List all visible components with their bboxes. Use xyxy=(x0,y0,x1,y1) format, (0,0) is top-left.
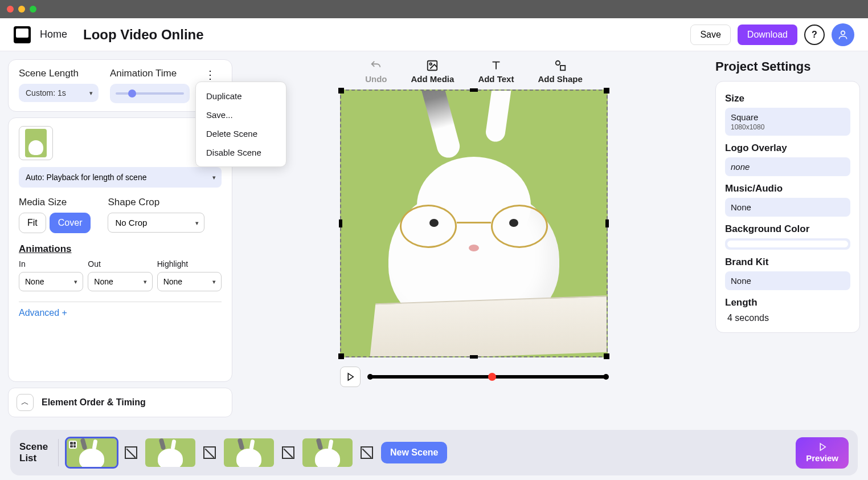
divider xyxy=(58,439,59,466)
resize-handle-tm[interactable] xyxy=(470,88,478,92)
scene-list-bar: Scene List New Scene Preview xyxy=(10,430,858,475)
canvas-media-image xyxy=(341,91,607,356)
scene-list-label: Scene List xyxy=(19,441,50,465)
svg-marker-8 xyxy=(820,444,825,450)
resize-handle-bm[interactable] xyxy=(470,355,478,359)
help-button[interactable]: ? xyxy=(804,25,825,45)
maximize-window-icon[interactable] xyxy=(30,6,36,13)
scene-thumb-2[interactable] xyxy=(145,438,195,467)
ps-music-select[interactable]: None xyxy=(725,198,850,217)
play-icon xyxy=(345,372,355,382)
element-order-bar[interactable]: ︿ Element Order & Timing xyxy=(8,388,232,417)
svg-point-4 xyxy=(430,63,432,65)
media-thumbnail[interactable] xyxy=(19,126,53,160)
account-avatar[interactable] xyxy=(832,23,854,46)
canvas-toolbar: Undo Add Media Add Text Add Shape xyxy=(365,59,583,84)
playback-mode-select[interactable]: Auto: Playback for length of scene xyxy=(19,167,222,188)
resize-handle-ml[interactable] xyxy=(339,219,342,227)
anim-in-select[interactable]: None xyxy=(19,272,83,291)
ps-bgcolor-picker[interactable] xyxy=(725,238,850,250)
undo-button[interactable]: Undo xyxy=(365,59,387,84)
advanced-toggle[interactable]: Advanced + xyxy=(19,308,222,318)
ps-length-value: 4 seconds xyxy=(725,312,850,324)
project-settings-panel: Size Square 1080x1080 Logo Overlay none … xyxy=(715,81,860,333)
animation-time-label: Animation Time xyxy=(110,68,190,79)
canvas[interactable] xyxy=(340,90,608,357)
resize-handle-bl[interactable] xyxy=(338,353,344,359)
minimize-window-icon[interactable] xyxy=(18,6,25,13)
scene-length-label: Scene Length xyxy=(19,68,99,79)
scene-thumb-1[interactable] xyxy=(67,438,117,467)
menu-save[interactable]: Save... xyxy=(196,105,286,124)
add-media-button[interactable]: Add Media xyxy=(411,59,455,84)
question-icon: ? xyxy=(812,30,817,40)
menu-duplicate[interactable]: Duplicate xyxy=(196,87,286,105)
download-button[interactable]: Download xyxy=(738,25,797,45)
ps-logo-select[interactable]: none xyxy=(725,157,850,176)
project-settings-title: Project Settings xyxy=(715,59,860,74)
ps-brand-label: Brand Kit xyxy=(725,257,850,268)
ps-music-label: Music/Audio xyxy=(725,183,850,194)
user-icon xyxy=(837,29,849,40)
resize-handle-br[interactable] xyxy=(604,353,609,359)
scene-playbar xyxy=(340,367,608,387)
scene-thumb-4[interactable] xyxy=(302,438,353,467)
ps-size-select[interactable]: Square 1080x1080 xyxy=(725,108,850,136)
svg-point-5 xyxy=(555,61,559,65)
menu-delete-scene[interactable]: Delete Scene xyxy=(196,124,286,143)
ps-bgcolor-label: Background Color xyxy=(725,223,850,235)
window-titlebar xyxy=(0,0,868,18)
scene-thumb-3[interactable] xyxy=(224,438,274,467)
preview-label: Preview xyxy=(806,453,838,463)
scene-menu-button[interactable]: ⋮ xyxy=(203,68,217,82)
anim-out-label: Out xyxy=(88,259,152,269)
drag-handle-icon[interactable] xyxy=(69,441,77,449)
scene-disable-toggle-3[interactable] xyxy=(282,446,294,459)
expand-order-button[interactable]: ︿ xyxy=(17,394,34,411)
element-order-label: Element Order & Timing xyxy=(42,397,146,408)
scene-length-select[interactable]: Custom: 1s xyxy=(19,84,99,102)
resize-handle-tl[interactable] xyxy=(338,88,344,93)
playhead[interactable] xyxy=(488,373,496,381)
home-link[interactable]: Home xyxy=(40,29,67,40)
animation-time-slider[interactable] xyxy=(110,84,190,103)
timeline-track[interactable] xyxy=(369,375,608,379)
scene-settings-panelou: Scene Length Custom: 1s Animation Time D… xyxy=(8,59,232,112)
scene-disable-toggle-4[interactable] xyxy=(361,446,373,459)
add-shape-label: Add Shape xyxy=(538,74,582,84)
media-size-label: Media Size xyxy=(19,197,91,208)
add-shape-button[interactable]: Add Shape xyxy=(538,59,582,84)
ps-size-value: Square xyxy=(731,112,845,122)
resize-handle-mr[interactable] xyxy=(605,219,609,227)
shape-crop-label: Shape Crop xyxy=(108,197,204,208)
ps-length-label: Length xyxy=(725,297,850,308)
preview-button[interactable]: Preview xyxy=(796,437,849,469)
shapes-icon xyxy=(554,59,567,72)
ps-size-label: Size xyxy=(725,93,850,104)
anim-in-label: In xyxy=(19,259,83,269)
scene-disable-toggle-1[interactable] xyxy=(125,446,137,459)
chevron-up-icon: ︿ xyxy=(21,397,29,408)
menu-disable-scene[interactable]: Disable Scene xyxy=(196,143,286,162)
play-button[interactable] xyxy=(340,367,361,387)
resize-handle-tr[interactable] xyxy=(604,88,609,93)
scene-disable-toggle-2[interactable] xyxy=(203,446,216,459)
svg-rect-6 xyxy=(560,66,565,70)
save-button[interactable]: Save xyxy=(690,25,730,45)
anim-out-select[interactable]: None xyxy=(88,272,152,291)
media-size-cover-button[interactable]: Cover xyxy=(50,213,91,233)
close-window-icon[interactable] xyxy=(7,6,14,13)
svg-marker-7 xyxy=(348,373,353,380)
media-size-fit-button[interactable]: Fit xyxy=(19,213,46,233)
page-title: Loop Video Online xyxy=(83,27,204,43)
kebab-icon: ⋮ xyxy=(204,68,216,81)
shape-crop-select[interactable]: No Crop xyxy=(108,213,204,233)
anim-highlight-select[interactable]: None xyxy=(157,272,222,291)
svg-point-0 xyxy=(841,31,845,35)
add-text-button[interactable]: Add Text xyxy=(478,59,514,84)
undo-label: Undo xyxy=(365,74,387,84)
new-scene-button[interactable]: New Scene xyxy=(381,442,447,463)
ps-brand-select[interactable]: None xyxy=(725,271,850,290)
app-logo-icon[interactable] xyxy=(14,26,31,43)
scene-context-menu: Duplicate Save... Delete Scene Disable S… xyxy=(195,82,286,167)
